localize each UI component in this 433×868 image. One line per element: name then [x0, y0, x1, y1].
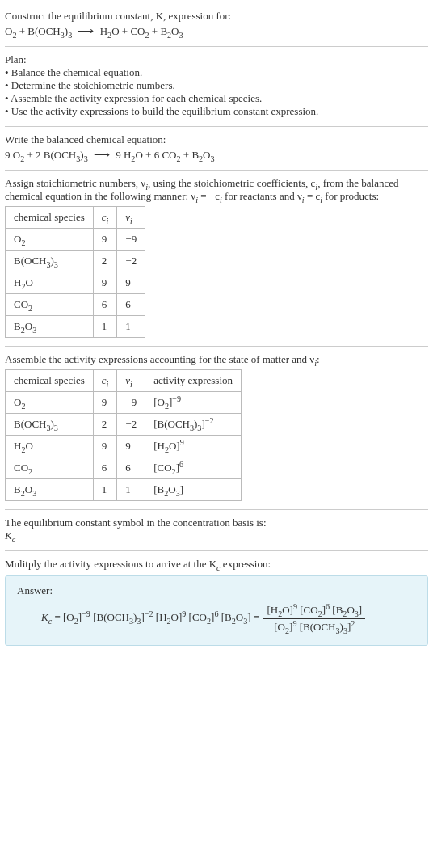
species-boch33: B(OCH3)3: [44, 149, 88, 161]
cell-nui: −2: [117, 251, 145, 272]
plan-bullet: • Use the activity expressions to build …: [5, 105, 428, 118]
cell-activity: [CO2]6: [145, 457, 242, 479]
answer-label: Answer:: [17, 584, 416, 597]
activity-title: Assemble the activity expressions accoun…: [5, 353, 428, 366]
species-co2: CO2: [162, 149, 180, 161]
species-h2o: H2O: [100, 25, 120, 37]
stoich-table: chemical species ci νi O2 9 −9 B(OCH3)3 …: [5, 206, 145, 338]
cell-species: CO2: [6, 294, 94, 316]
cell-species: H2O: [6, 272, 94, 294]
plan-title: Plan:: [5, 53, 428, 66]
intro-text: Construct the equilibrium constant, K, e…: [5, 10, 231, 22]
table-row: B2O3 1 1 [B2O3]: [6, 479, 242, 501]
symbol-section: The equilibrium constant symbol in the c…: [5, 510, 428, 551]
fraction: [H2O]9 [CO2]6 [B2O3] [O2]9 [B(OCH3)3]2: [263, 604, 365, 634]
symbol-kc: Kc: [5, 529, 428, 542]
fraction-numerator: [H2O]9 [CO2]6 [B2O3]: [263, 604, 365, 619]
table-row: O2 9 −9 [O2]−9: [6, 392, 242, 414]
cell-species: CO2: [6, 457, 94, 479]
balanced-title: Write the balanced chemical equation:: [5, 133, 428, 146]
plan-bullet: • Balance the chemical equation.: [5, 66, 428, 79]
term-b2o3: [B2O3]: [221, 611, 251, 623]
species-o2: O2: [13, 149, 24, 161]
cell-nui: −9: [117, 229, 145, 251]
cell-ci: 6: [93, 294, 117, 316]
col-nui: νi: [117, 207, 145, 229]
balanced-equation: 9 O2 + 2 B(OCH3)3 ⟶ 9 H2O + 6 CO2 + B2O3: [5, 148, 428, 162]
reaction-arrow-icon: ⟶: [90, 149, 113, 161]
cell-species: B2O3: [6, 479, 94, 501]
table-row: O2 9 −9: [6, 229, 145, 251]
cell-activity: [H2O]9: [145, 436, 242, 457]
cell-ci: 9: [93, 272, 117, 294]
cell-activity: [B2O3]: [145, 479, 242, 501]
col-activity: activity expression: [145, 370, 242, 392]
table-row: chemical species ci νi: [6, 207, 145, 229]
species-h2o: H2O: [124, 149, 143, 161]
species-b2o3: B2O3: [160, 25, 183, 37]
answer-box: Answer: Kc = [O2]−9 [B(OCH3)3]−2 [H2O]9 …: [5, 575, 428, 646]
col-ci: ci: [93, 370, 117, 392]
cell-species: O2: [6, 229, 94, 251]
col-nui: νi: [117, 370, 145, 392]
intro-line: Construct the equilibrium constant, K, e…: [5, 10, 428, 23]
species-b2o3: B2O3: [191, 149, 214, 161]
table-row: B(OCH3)3 2 −2 [B(OCH3)3]−2: [6, 414, 242, 436]
cell-nui: −9: [117, 392, 145, 414]
cell-nui: 1: [117, 316, 145, 338]
term-h2o: [H2O]9: [156, 611, 187, 623]
term-o2: [O2]−9: [63, 611, 90, 623]
fraction-denominator: [O2]9 [B(OCH3)3]2: [263, 619, 365, 634]
activity-section: Assemble the activity expressions accoun…: [5, 347, 428, 510]
term-boch33: [B(OCH3)3]−2: [93, 611, 153, 623]
cell-species: H2O: [6, 436, 94, 457]
cell-species: B(OCH3)3: [6, 251, 94, 272]
result-section: Mulitply the activity expressions to arr…: [5, 551, 428, 654]
table-row: B2O3 1 1: [6, 316, 145, 338]
cell-nui: 6: [117, 294, 145, 316]
plan-bullet: • Determine the stoichiometric numbers.: [5, 79, 428, 92]
cell-activity: [O2]−9: [145, 392, 242, 414]
col-species: chemical species: [6, 370, 94, 392]
cell-activity: [B(OCH3)3]−2: [145, 414, 242, 436]
kc-equation: Kc = [O2]−9 [B(OCH3)3]−2 [H2O]9 [CO2]6 […: [17, 604, 416, 634]
stoich-text: Assign stoichiometric numbers, νi, using…: [5, 177, 428, 203]
table-row: chemical species ci νi activity expressi…: [6, 370, 242, 392]
symbol-text: The equilibrium constant symbol in the c…: [5, 516, 428, 529]
unbalanced-equation: O2 + B(OCH3)3 ⟶ H2O + CO2 + B2O3: [5, 24, 428, 38]
reaction-arrow-icon: ⟶: [74, 25, 97, 37]
cell-species: B2O3: [6, 316, 94, 338]
species-boch33: B(OCH3)3: [27, 25, 72, 37]
activity-table: chemical species ci νi activity expressi…: [5, 369, 242, 501]
table-row: H2O 9 9: [6, 272, 145, 294]
cell-species: O2: [6, 392, 94, 414]
cell-ci: 2: [93, 251, 117, 272]
col-species: chemical species: [6, 207, 94, 229]
plan-section: Plan: • Balance the chemical equation. •…: [5, 47, 428, 127]
cell-nui: 9: [117, 272, 145, 294]
cell-ci: 1: [93, 316, 117, 338]
species-o2: O2: [5, 25, 16, 37]
cell-ci: 9: [93, 392, 117, 414]
cell-ci: 2: [93, 414, 117, 436]
species-co2: CO2: [130, 25, 149, 37]
balanced-section: Write the balanced chemical equation: 9 …: [5, 127, 428, 171]
cell-ci: 9: [93, 229, 117, 251]
stoich-section: Assign stoichiometric numbers, νi, using…: [5, 171, 428, 347]
col-ci: ci: [93, 207, 117, 229]
cell-nui: −2: [117, 414, 145, 436]
table-row: CO2 6 6 [CO2]6: [6, 457, 242, 479]
cell-ci: 1: [93, 479, 117, 501]
cell-nui: 1: [117, 479, 145, 501]
table-row: H2O 9 9 [H2O]9: [6, 436, 242, 457]
cell-ci: 9: [93, 436, 117, 457]
result-title: Mulitply the activity expressions to arr…: [5, 558, 428, 571]
intro-section: Construct the equilibrium constant, K, e…: [5, 3, 428, 47]
term-co2: [CO2]6: [189, 611, 219, 623]
table-row: CO2 6 6: [6, 294, 145, 316]
cell-nui: 6: [117, 457, 145, 479]
table-row: B(OCH3)3 2 −2: [6, 251, 145, 272]
cell-species: B(OCH3)3: [6, 414, 94, 436]
cell-nui: 9: [117, 436, 145, 457]
plan-bullet: • Assemble the activity expression for e…: [5, 92, 428, 105]
